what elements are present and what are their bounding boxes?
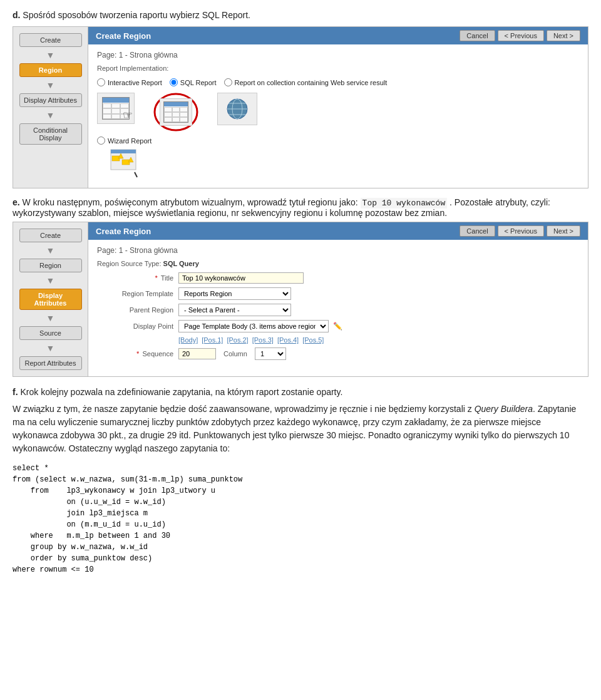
sidebar2-step-region[interactable]: Region	[19, 259, 82, 272]
pencil-icon: ✏️	[333, 322, 342, 331]
wizard-title-2: Create Region	[96, 227, 151, 236]
cancel-btn-2[interactable]: Cancel	[460, 225, 495, 237]
sidebar-step-display-1[interactable]: Display Attributes	[19, 93, 82, 107]
sidebar2-arrow-3: ▼	[46, 314, 55, 322]
sidebar2-arrow-2: ▼	[46, 276, 55, 285]
pos-2[interactable]: [Pos.2]	[227, 336, 248, 344]
wizard-content-1: Page: 1 - Strona główna Report Implement…	[88, 44, 588, 188]
column-label: Column	[223, 350, 247, 358]
wizard-sidebar-2: Create ▼ Region ▼ Display Attributes ▼ S…	[13, 222, 88, 376]
sql-header	[164, 102, 188, 106]
icon-interactive: ☞	[97, 93, 135, 124]
radio-collection-input[interactable]	[224, 78, 232, 86]
globe-icon	[223, 97, 251, 121]
sql-cell-7	[164, 117, 172, 122]
section-d: d. Spośród sposobów tworzenia raportu wy…	[13, 10, 588, 188]
pos-5[interactable]: [Pos.5]	[302, 336, 324, 344]
cancel-btn-1[interactable]: Cancel	[460, 30, 495, 41]
pos-body[interactable]: [Body]	[178, 336, 198, 344]
form-row-parent: Parent Region - Select a Parent -	[97, 304, 579, 316]
display-label: Display Point	[97, 322, 178, 330]
sidebar-arrow-1: ▼	[46, 51, 55, 59]
sql-cell-3	[180, 107, 188, 112]
svg-rect-7	[111, 150, 136, 153]
sidebar2-step-source[interactable]: Source	[19, 326, 82, 340]
section-e-text: e. W kroku następnym, poświęconym atrybu…	[13, 197, 588, 218]
template-select[interactable]: Reports Region	[178, 287, 291, 300]
page-label-1: Page: 1 - Strona główna	[97, 51, 579, 59]
impl-row-1: Report Implementation:	[97, 64, 579, 72]
radio-sql[interactable]: SQL Report	[170, 78, 217, 86]
sidebar-step-region-1[interactable]: Region	[19, 63, 82, 77]
parent-label: Parent Region	[97, 306, 178, 314]
wizard-icon-area	[110, 148, 579, 182]
icon-webservice	[217, 93, 257, 125]
template-label: Region Template	[97, 290, 178, 297]
icon-interactive-box: ☞	[97, 93, 135, 124]
radio-wizard[interactable]: Wizard Report	[97, 136, 152, 145]
sidebar-step-create-1[interactable]: Create	[19, 33, 82, 47]
sequence-value: Column 1	[178, 347, 579, 360]
title-value	[178, 272, 579, 284]
radio-group-wizard: Wizard Report	[97, 136, 579, 145]
sql-cell-6	[180, 112, 188, 117]
prev-btn-2[interactable]: < Previous	[498, 225, 544, 237]
title-input[interactable]	[178, 272, 304, 284]
pos-3[interactable]: [Pos.3]	[252, 336, 274, 344]
sql-cell-1	[164, 107, 172, 112]
radio-wizard-input[interactable]	[97, 136, 105, 145]
sequence-input[interactable]	[178, 348, 216, 359]
pos-4[interactable]: [Pos.4]	[277, 336, 299, 344]
source-type-line: Region Source Type: SQL Query	[97, 260, 579, 267]
form-row-positions: [Body] [Pos.1] [Pos.2] [Pos.3] [Pos.4] […	[97, 336, 579, 344]
column-select[interactable]: 1	[255, 347, 286, 360]
radio-interactive[interactable]: Interactive Report	[97, 78, 162, 86]
table-icon-sql	[163, 101, 188, 123]
wizard-nav-2: Cancel < Previous Next >	[460, 225, 580, 237]
page-label-2: Page: 1 - Strona główna	[97, 246, 579, 255]
sql-cell-8	[172, 117, 180, 122]
sql-icon-box	[160, 98, 192, 126]
sql-cell-2	[172, 107, 180, 112]
sidebar2-step-report[interactable]: Report Attributes	[19, 356, 82, 370]
radio-interactive-input[interactable]	[97, 78, 105, 86]
cell-4	[103, 108, 111, 114]
display-select[interactable]: Page Template Body (3. items above regio…	[178, 320, 329, 332]
wizard-header-1: Create Region Cancel < Previous Next >	[88, 27, 588, 44]
next-btn-2[interactable]: Next >	[547, 225, 580, 237]
form-row-sequence: * Sequence Column 1	[97, 347, 579, 360]
cell-5	[111, 108, 120, 114]
wizard-content-2: Page: 1 - Strona główna Region Source Ty…	[88, 240, 588, 376]
section-f-para2: W związku z tym, że nasze zapytanie będz…	[13, 403, 588, 455]
section-f-para1: f. Krok kolejny pozwala na zdefiniowanie…	[13, 386, 588, 399]
sidebar-arrow-3: ▼	[46, 111, 55, 120]
next-btn-1[interactable]: Next >	[547, 30, 580, 41]
pos-1[interactable]: [Pos.1]	[202, 336, 223, 344]
parent-select[interactable]: - Select a Parent -	[178, 304, 291, 316]
wizard-main-1: Create Region Cancel < Previous Next > P…	[88, 27, 588, 188]
sequence-label: * Sequence	[97, 350, 178, 358]
positions-value: [Body] [Pos.1] [Pos.2] [Pos.3] [Pos.4] […	[178, 336, 579, 344]
radio-group-1: Interactive Report SQL Report Report on …	[97, 78, 579, 86]
sql-cell-5	[172, 112, 180, 117]
radio-sql-input[interactable]	[170, 78, 178, 86]
sidebar-step-conditional-1[interactable]: Conditional Display	[19, 123, 82, 145]
section-f: f. Krok kolejny pozwala na zdefiniowanie…	[13, 386, 588, 578]
wizard-main-2: Create Region Cancel < Previous Next > P…	[88, 222, 588, 376]
impl-label-1: Report Implementation:	[97, 64, 168, 72]
prev-btn-1[interactable]: < Previous	[498, 30, 544, 41]
table-icon-header-1	[103, 98, 129, 103]
icon-sql	[153, 93, 198, 131]
sidebar2-arrow-1: ▼	[46, 246, 55, 255]
sidebar2-step-display[interactable]: Display Attributes	[19, 289, 82, 310]
cell-3	[120, 103, 129, 109]
wizard-nav-1: Cancel < Previous Next >	[460, 30, 580, 41]
sql-cell-9	[180, 117, 188, 122]
radio-collection[interactable]: Report on collection containing Web serv…	[224, 78, 388, 86]
wizard-box-2: Create ▼ Region ▼ Display Attributes ▼ S…	[13, 222, 588, 377]
sidebar2-step-create[interactable]: Create	[19, 229, 82, 242]
cell-8	[111, 114, 120, 120]
wizard-sidebar-1: Create ▼ Region ▼ Display Attributes ▼ C…	[13, 27, 88, 188]
wizard-title-1: Create Region	[96, 31, 151, 41]
wizard-header-2: Create Region Cancel < Previous Next >	[88, 222, 588, 240]
